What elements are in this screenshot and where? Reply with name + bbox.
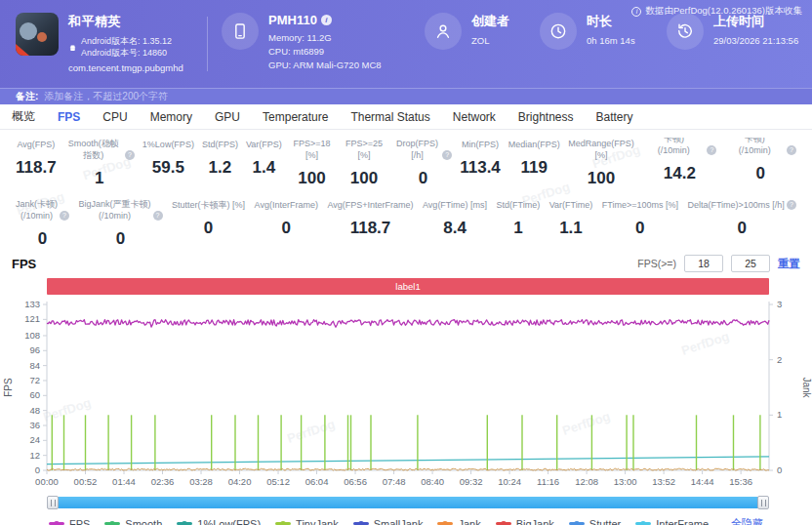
duration-info: 时长 0h 16m 14s xyxy=(540,13,667,50)
fps-threshold-input-1[interactable]: 18 xyxy=(684,255,723,272)
legend-label: InterFrame xyxy=(656,518,709,525)
stat-cell: Var(FTime)1.1 xyxy=(546,198,597,249)
svg-text:09:32: 09:32 xyxy=(460,476,483,487)
svg-text:00:00: 00:00 xyxy=(35,476,59,487)
stat-label: BigJank(严重卡顿) (/10min)? xyxy=(79,198,163,222)
app-info: 和平精英 Android版本名: 1.35.12 Android版本号: 148… xyxy=(16,13,207,73)
tab-overview[interactable]: 概览 xyxy=(12,108,35,125)
legend-item-jank[interactable]: Jank xyxy=(437,518,480,525)
legend-item-smalljank[interactable]: SmallJank xyxy=(353,518,424,525)
stat-cell: Median(FPS)119 xyxy=(505,138,564,188)
legend-item-stutter[interactable]: Stutter xyxy=(569,518,621,525)
stat-cell: Avg(FPS)118.7 xyxy=(12,138,61,188)
help-icon[interactable]: ? xyxy=(125,150,135,160)
legend-item-fps[interactable]: FPS xyxy=(49,518,90,525)
tab-network[interactable]: Network xyxy=(453,110,496,124)
stat-value: 118.7 xyxy=(16,158,57,178)
stat-value: 14.2 xyxy=(664,164,696,183)
reset-button[interactable]: 重置 xyxy=(778,257,800,271)
legend-item-low1[interactable]: 1%Low(FPS) xyxy=(177,518,261,525)
svg-text:07:48: 07:48 xyxy=(383,476,406,487)
stat-value: 1.2 xyxy=(209,158,232,178)
legend-label: Smooth xyxy=(125,518,162,525)
fps-section-header: FPS FPS(>=) 18 25 重置 xyxy=(0,251,812,274)
stat-value: 8.4 xyxy=(443,219,467,238)
help-icon[interactable]: ? xyxy=(60,211,69,221)
svg-text:108: 108 xyxy=(24,330,40,341)
tab-thermal-status[interactable]: Thermal Status xyxy=(350,110,429,124)
fps-section-title: FPS xyxy=(12,257,36,271)
legend-item-tinyjank[interactable]: TinyJank xyxy=(275,518,339,525)
help-icon[interactable]: ? xyxy=(153,211,163,221)
tab-brightness[interactable]: Brightness xyxy=(518,110,574,124)
stat-value: 113.4 xyxy=(460,158,501,178)
stat-label: 1%Low(FPS) xyxy=(142,138,194,150)
app-version-code: Android版本号: 14860 xyxy=(81,47,172,59)
range-handle-left[interactable] xyxy=(47,496,59,509)
app-package: com.tencent.tmgp.pubgmhd xyxy=(68,62,183,73)
stat-label: SmallJank(小卡顿) (/10min)? xyxy=(724,138,796,156)
svg-text:08:40: 08:40 xyxy=(421,476,444,487)
app-icon xyxy=(16,13,59,56)
stat-label: FPS>=18 [%] xyxy=(290,138,334,161)
svg-text:60: 60 xyxy=(29,389,40,400)
stat-value: 100 xyxy=(350,169,378,188)
stat-label: Var(FPS) xyxy=(246,138,282,150)
device-info-icon[interactable]: i xyxy=(321,15,332,25)
chart-label-banner: label1 xyxy=(47,278,769,295)
stat-cell: SmallJank(小卡顿) (/10min)?0 xyxy=(720,138,800,188)
stat-cell: Std(FTime)1 xyxy=(493,198,545,249)
stat-value: 0 xyxy=(204,219,213,238)
svg-text:10:24: 10:24 xyxy=(498,476,521,487)
svg-text:PerfDog: PerfDog xyxy=(679,329,731,358)
svg-text:05:12: 05:12 xyxy=(266,476,290,487)
stat-label: Std(FTime) xyxy=(497,198,541,211)
stat-label: MedRange(FPS)[%] xyxy=(568,138,634,161)
device-gpu: GPU: ARM Mali-G720 MC8 xyxy=(268,59,382,72)
device-info: PMH110i Memory: 11.2G CPU: mt6899 GPU: A… xyxy=(222,13,425,72)
stat-label: Var(FTime) xyxy=(549,198,593,211)
legend-label: FPS xyxy=(69,518,90,525)
tab-temperature[interactable]: Temperature xyxy=(263,110,328,124)
legend-label: Jank xyxy=(458,518,480,525)
note-bar[interactable]: 备注: 添加备注，不超过200个字符 xyxy=(0,88,812,104)
help-icon[interactable]: ? xyxy=(442,150,452,160)
tab-cpu[interactable]: CPU xyxy=(102,110,127,124)
range-handle-right[interactable] xyxy=(757,496,769,509)
tab-memory[interactable]: Memory xyxy=(150,110,192,124)
device-memory: Memory: 11.2G xyxy=(268,31,382,45)
legend-item-interframe[interactable]: InterFrame xyxy=(635,518,709,525)
chart-legend: FPSSmooth1%Low(FPS)TinyJankSmallJankJank… xyxy=(0,516,812,525)
tab-gpu[interactable]: GPU xyxy=(215,110,240,124)
tab-fps[interactable]: FPS xyxy=(58,110,80,124)
legend-label: TinyJank xyxy=(296,518,339,525)
hide-all-link[interactable]: 全隐藏 xyxy=(731,516,763,525)
legend-label: BigJank xyxy=(516,518,554,525)
stat-label: Stutter(卡顿率) [%] xyxy=(172,198,245,211)
svg-text:06:56: 06:56 xyxy=(344,476,367,487)
stat-value: 0 xyxy=(38,229,47,249)
help-icon[interactable]: ? xyxy=(787,145,796,155)
tab-battery[interactable]: Battery xyxy=(596,110,633,124)
help-icon[interactable]: ? xyxy=(787,200,796,210)
info-icon: i xyxy=(631,7,641,17)
tab-bar: 概览FPSCPUMemoryGPUTemperatureThermal Stat… xyxy=(0,104,812,130)
svg-text:Jank: Jank xyxy=(801,377,812,398)
fps-chart[interactable]: PerfDogPerfDogPerfDogPerfDog133121108968… xyxy=(0,297,812,492)
note-label: 备注: xyxy=(16,90,38,103)
collector-note: i 数据由PerfDog(12.0.260136)版本收集 xyxy=(631,5,802,18)
stat-cell: Std(FPS)1.2 xyxy=(198,138,242,188)
legend-item-smooth[interactable]: Smooth xyxy=(104,518,162,525)
stat-cell: Var(FPS)1.4 xyxy=(242,138,286,188)
svg-text:04:20: 04:20 xyxy=(228,476,252,487)
help-icon[interactable]: ? xyxy=(707,145,716,155)
legend-item-bigjank[interactable]: BigJank xyxy=(496,518,554,525)
stats-row-1: Avg(FPS)118.7Smooth(稳帧指数)?11%Low(FPS)59.… xyxy=(6,138,806,188)
legend-label: Stutter xyxy=(589,518,621,525)
stat-value: 1.1 xyxy=(559,219,583,238)
stat-cell: Delta(FTime)>100ms [/h]?0 xyxy=(683,198,799,249)
note-placeholder: 添加备注，不超过200个字符 xyxy=(44,90,168,103)
range-track[interactable] xyxy=(53,497,763,508)
fps-threshold-input-2[interactable]: 25 xyxy=(731,255,770,272)
chart-range-scrollbar[interactable] xyxy=(47,496,769,509)
